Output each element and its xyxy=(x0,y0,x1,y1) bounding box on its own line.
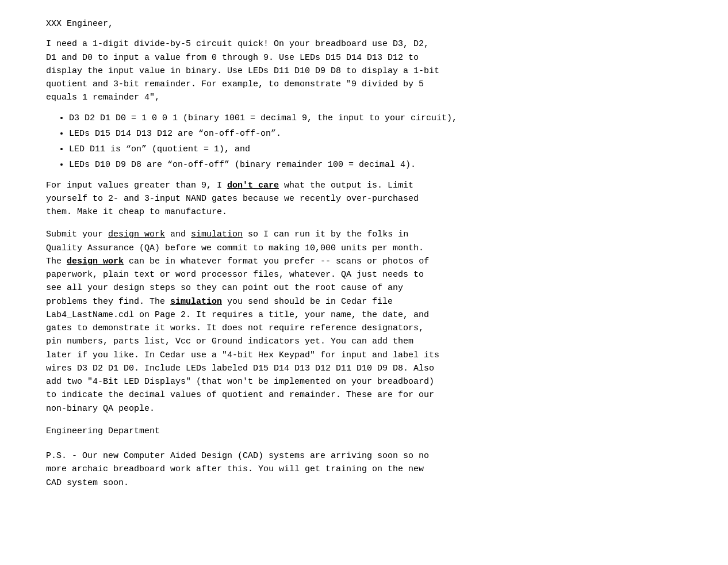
sign-off: Engineering Department xyxy=(46,425,679,438)
submit-paragraph: Submit your design work and simulation s… xyxy=(46,228,679,415)
dont-care-text: don't care xyxy=(227,181,279,190)
simulation-link: simulation xyxy=(191,230,243,239)
simulation-bold: simulation xyxy=(170,297,222,307)
design-work-bold: design work xyxy=(67,257,124,266)
intro-paragraph: I need a 1-digit divide-by-5 circuit qui… xyxy=(46,37,679,104)
ps-paragraph: P.S. - Our new Computer Aided Design (CA… xyxy=(46,449,679,490)
design-work-link: design work xyxy=(108,230,165,239)
salutation: XXX Engineer, xyxy=(46,17,679,30)
letter-body: XXX Engineer, I need a 1-digit divide-by… xyxy=(46,17,679,490)
bullet-item: D3 D2 D1 D0 = 1 0 0 1 (binary 1001 = dec… xyxy=(69,112,679,125)
bullet-item: LED D11 is “on” (quotient = 1), and xyxy=(69,143,679,156)
bullet-item: LEDs D10 D9 D8 are “on-off-off” (binary … xyxy=(69,158,679,171)
example-bullets: D3 D2 D1 D0 = 1 0 0 1 (binary 1001 = dec… xyxy=(69,112,679,172)
bullet-item: LEDs D15 D14 D13 D12 are “on-off-off-on”… xyxy=(69,127,679,140)
dont-care-paragraph: For input values greater than 9, I don't… xyxy=(46,179,679,219)
